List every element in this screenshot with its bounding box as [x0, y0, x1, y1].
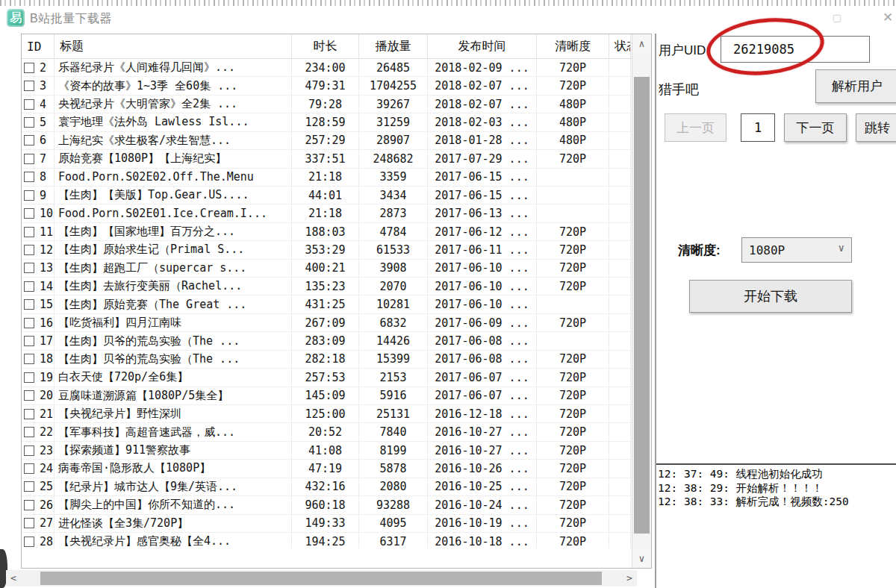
close-icon[interactable]: ✕ [877, 7, 896, 28]
table-row[interactable]: 20 豆腐味道溯源篇【1080P/5集全】 145:09 5916 2017-0… [22, 387, 651, 405]
cell-date: 2017-06-10 ... [428, 278, 537, 295]
cell-id: 8 [40, 170, 46, 184]
cell-quality [537, 204, 609, 222]
table-row[interactable]: 28 【央视纪录片】感官奥秘【全4... 194:25 6317 2016-10… [22, 533, 651, 548]
row-checkbox[interactable] [24, 172, 34, 182]
header-duration[interactable]: 时长 [292, 34, 359, 58]
table-row[interactable]: 16 【吃货福利】四月江南味 267:09 6832 2017-06-09 ..… [22, 314, 651, 332]
table-row[interactable]: 24 病毒帝国·隐形敌人【1080P】 47:19 5878 2016-10-2… [22, 460, 651, 478]
log-line: 12: 37: 49: 线程池初始化成功 [658, 467, 896, 481]
cell-duration: 282:18 [292, 351, 359, 368]
row-checkbox[interactable] [24, 154, 34, 164]
table-row[interactable]: 11 【生肉】【国家地理】百万分之... 188:03 4784 2017-06… [22, 223, 651, 241]
vertical-scrollbar[interactable]: ∧ ∨ [632, 34, 651, 568]
table-row[interactable]: 21 【央视纪录片】野性深圳 125:00 25131 2016-12-18 .… [22, 405, 651, 423]
next-page-button[interactable]: 下一页 [784, 113, 847, 142]
uid-input[interactable] [721, 36, 870, 63]
cell-plays: 1704255 [359, 77, 428, 94]
row-checkbox[interactable] [24, 318, 34, 328]
scroll-right-icon[interactable]: > [622, 570, 637, 587]
row-checkbox[interactable] [24, 518, 34, 528]
header-status[interactable]: 状态 [609, 34, 631, 58]
quality-dropdown[interactable]: 1080P ∨ [741, 237, 852, 263]
table-row[interactable]: 6 上海纪实《求生极客/求生智慧... 257:29 28907 2018-01… [22, 132, 651, 150]
table-row[interactable]: 2 乐器纪录片《人间难得几回闻》... 234:00 26485 2018-02… [22, 59, 651, 77]
minimize-icon[interactable]: — [775, 7, 797, 28]
parse-user-button[interactable]: 解析用户 [815, 69, 896, 103]
prev-page-button[interactable]: 上一页 [665, 113, 727, 142]
row-checkbox[interactable] [24, 190, 34, 201]
horizontal-scrollbar-thumb[interactable] [40, 572, 602, 585]
jump-page-button[interactable]: 跳转 [856, 113, 896, 142]
row-checkbox[interactable] [24, 463, 34, 474]
cell-title: 寰宇地理《法外岛 Lawless Isl... [55, 113, 292, 131]
table-row[interactable]: 12 【生肉】原始求生记（Primal S... 353:29 61533 20… [22, 241, 651, 259]
chevron-down-icon: ∨ [839, 242, 844, 254]
row-checkbox[interactable] [24, 354, 34, 364]
row-checkbox[interactable] [24, 390, 34, 401]
row-checkbox[interactable] [24, 63, 34, 73]
row-checkbox[interactable] [24, 81, 34, 91]
scroll-down-icon[interactable]: ∨ [632, 549, 651, 568]
cell-quality: 720P [537, 59, 609, 76]
table-row[interactable]: 23 【探索频道】911警察故事 41:08 8199 2016-10-27 .… [22, 442, 651, 460]
table-row[interactable]: 15 【生肉】原始竞赛（The Great ... 431:25 10281 2… [22, 295, 651, 313]
header-id[interactable]: ID [22, 34, 55, 58]
app-icon: 易 [7, 9, 25, 27]
header-plays[interactable]: 播放量 [359, 34, 428, 58]
cell-title: 【央视纪录片】野性深圳 [55, 405, 292, 422]
table-row[interactable]: 22 【军事科技】高超音速武器，威... 20:52 7840 2016-10-… [22, 423, 651, 441]
row-checkbox[interactable] [24, 500, 34, 510]
table-row[interactable]: 7 原始竞赛【1080P】【上海纪实】 337:51 248682 2017-0… [22, 150, 651, 168]
header-title[interactable]: 标题 [55, 34, 292, 58]
table-row[interactable]: 14 【生肉】去旅行变美丽（Rachel... 135:23 2070 2017… [22, 278, 651, 295]
table-row[interactable]: 13 【生肉】超跑工厂（supercar s... 400:21 3908 20… [22, 260, 651, 278]
row-checkbox[interactable] [24, 336, 34, 346]
table-row[interactable]: 17 【生肉】贝爷的荒岛实验（The ... 283:09 14426 2017… [22, 332, 651, 350]
row-checkbox[interactable] [24, 372, 34, 383]
cell-title: 【生肉】贝爷的荒岛实验（The ... [55, 332, 292, 349]
row-checkbox[interactable] [24, 409, 34, 419]
cell-id: 22 [40, 425, 53, 439]
row-checkbox[interactable] [24, 481, 34, 492]
header-quality[interactable]: 清晰度 [537, 34, 609, 58]
row-checkbox[interactable] [24, 245, 34, 255]
table-row[interactable]: 8 Food.Porn.S02E02.Off.The.Menu 21:18 33… [22, 169, 651, 187]
row-checkbox[interactable] [24, 227, 34, 237]
table-row[interactable]: 25 【纪录片】城市达人【9集/英语... 432:16 2080 2016-1… [22, 478, 651, 496]
horizontal-scrollbar[interactable]: < > [6, 570, 637, 587]
cell-plays: 8199 [359, 442, 428, 459]
table-row[interactable]: 5 寰宇地理《法外岛 Lawless Isl... 128:59 31259 2… [22, 113, 651, 131]
row-checkbox[interactable] [24, 299, 34, 310]
row-checkbox[interactable] [24, 117, 34, 128]
cell-plays: 25131 [359, 405, 428, 422]
row-checkbox[interactable] [24, 445, 34, 456]
table-row[interactable]: 26 【脚尖上的中国】你所不知道的... 960:18 93288 2016-1… [22, 496, 651, 514]
start-download-button[interactable]: 开始下载 [689, 280, 852, 313]
cell-id: 11 [40, 225, 53, 239]
table-row[interactable]: 19 白衣天使【720p/全6集】 257:53 2153 2017-06-07… [22, 369, 651, 387]
table-row[interactable]: 3 《资本的故事》1~3季 全60集 ... 479:31 1704255 20… [22, 77, 651, 95]
cell-quality: 720P [537, 387, 609, 404]
row-checkbox[interactable] [24, 99, 34, 110]
row-checkbox[interactable] [24, 537, 34, 547]
table-row[interactable]: 9 【生肉】【美版】Top.Gear.US.... 44:01 3434 201… [22, 187, 651, 204]
cell-plays: 5916 [359, 387, 428, 404]
row-checkbox[interactable] [24, 263, 34, 273]
table-row[interactable]: 4 央视纪录片《大明管家》全2集 ... 79:28 39267 2018-02… [22, 96, 651, 113]
vertical-scrollbar-thumb[interactable] [634, 77, 650, 534]
scroll-left-icon[interactable]: < [6, 570, 21, 587]
row-checkbox[interactable] [24, 427, 34, 437]
table-row[interactable]: 27 进化怪谈【全3集/720P】 149:33 4095 2016-10-19… [22, 515, 651, 533]
maximize-icon[interactable]: ▢ [826, 7, 848, 28]
scroll-up-icon[interactable]: ∧ [632, 34, 651, 53]
header-date[interactable]: 发布时间 [428, 34, 537, 58]
row-checkbox[interactable] [24, 208, 34, 219]
page-number-input[interactable] [741, 113, 775, 142]
table-row[interactable]: 10 Food.Porn.S02E01.Ice.Cream.I... 21:18… [22, 204, 651, 222]
cell-quality: 720P [537, 241, 609, 258]
row-checkbox[interactable] [24, 281, 34, 292]
row-checkbox[interactable] [24, 135, 34, 146]
cell-title: 央视纪录片《大明管家》全2集 ... [55, 96, 292, 113]
table-row[interactable]: 18 【生肉】贝爷的荒岛实验（The ... 282:18 15399 2017… [22, 351, 651, 369]
